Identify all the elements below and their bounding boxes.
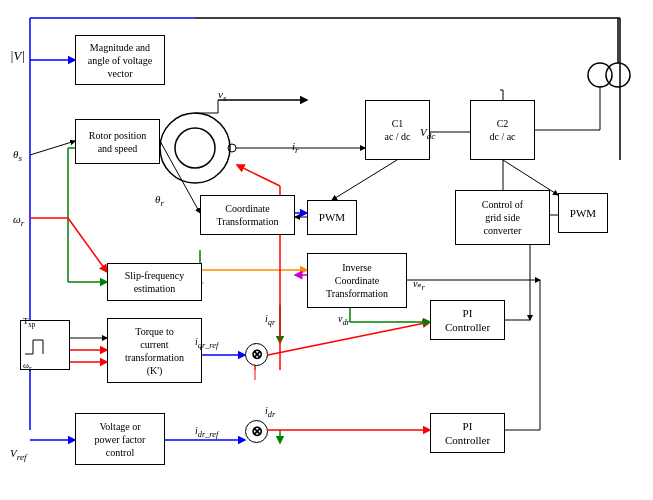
pi-ctrl-bot-label: PIController [445,419,490,448]
coord-trans-box: CoordinateTransformation [200,195,295,235]
iqr-ref-label: iqr_ref [195,336,218,350]
tsp-content: Tsp ωr [21,314,69,375]
svg-point-3 [606,63,630,87]
vgr-label: vₑr [413,278,425,292]
v-magnitude-label: |V| [10,48,25,64]
svg-line-30 [68,218,107,272]
sum-iqr: ⊗ [245,343,268,366]
svg-line-21 [332,160,397,200]
pwm-right-box: PWM [558,193,608,233]
sum-idr: ⊗ [245,420,268,443]
ir-label: ir [292,140,299,155]
vref-label: Vref [10,447,27,462]
inv-coord-label: InverseCoordinateTransformation [326,261,388,300]
grid-ctrl-box: Control ofgrid sideconverter [455,190,550,245]
svg-point-7 [160,113,230,183]
coord-trans-label: CoordinateTransformation [217,202,279,228]
slip-freq-box: Slip-frequencyestimation [107,263,202,301]
iqr-label: iqr [265,313,275,327]
idr-ref-label: idr_ref [195,425,218,439]
pwm-left-label: PWM [319,210,345,224]
mag-angle-box: Magnitude andangle of voltagevector [75,35,165,85]
svg-point-9 [228,144,236,152]
omega-r-label: ωr [13,213,24,228]
diagram: |V| Magnitude andangle of voltagevector … [0,0,653,500]
pwm-left-box: PWM [307,200,357,235]
theta-s-label: θs [13,148,22,163]
grid-ctrl-label: Control ofgrid sideconverter [482,198,523,237]
volt-pf-label: Voltage orpower factorcontrol [95,420,146,459]
svg-point-8 [175,128,215,168]
c1-label: C1ac / dc [384,117,410,143]
vdc-label: Vdc [420,126,435,141]
vdr-label: vdr [338,313,350,327]
volt-pf-box: Voltage orpower factorcontrol [75,413,165,465]
c2-label: C2dc / ac [489,117,515,143]
vs-label: vs [218,88,226,103]
pi-ctrl-top-box: PIController [430,300,505,340]
torque-curr-label: Torque tocurrenttransformation(K') [125,325,184,377]
torque-curr-box: Torque tocurrenttransformation(K') [107,318,202,383]
rotor-pos-label: Rotor positionand speed [89,129,147,155]
svg-line-13 [30,141,75,155]
slip-freq-label: Slip-frequencyestimation [125,269,184,295]
svg-line-15 [160,141,200,213]
c2-box: C2dc / ac [470,100,535,160]
inv-coord-box: InverseCoordinateTransformation [307,253,407,308]
pi-ctrl-bot-box: PIController [430,413,505,453]
svg-point-2 [588,63,612,87]
pwm-right-label: PWM [570,206,596,220]
rotor-pos-box: Rotor positionand speed [75,119,160,164]
idr-label: idr [265,405,275,419]
pi-ctrl-top-label: PIController [445,306,490,335]
theta-r-label: θr [155,193,164,208]
mag-angle-label: Magnitude andangle of voltagevector [88,41,152,80]
tsp-box: Tsp ωr [20,320,70,370]
svg-line-51 [237,165,280,186]
